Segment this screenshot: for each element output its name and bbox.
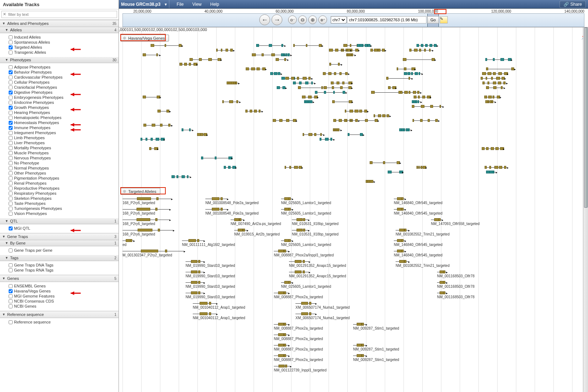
allele-feature[interactable]: ▸ NM_001168503_Olfr78 bbox=[437, 291, 446, 294]
track-checkbox[interactable] bbox=[9, 116, 13, 120]
track-item[interactable]: Normal Phenotypes bbox=[9, 166, 116, 171]
allele-feature[interactable]: ▸ NM_025605_Lamtor1_targeted bbox=[281, 208, 292, 211]
track-checkbox[interactable] bbox=[9, 166, 13, 170]
gene-feature[interactable]: ▸ bbox=[403, 58, 435, 61]
track-item[interactable]: Hematopoietic Phenotypes bbox=[9, 115, 116, 120]
gene-feature[interactable]: ▸ bbox=[331, 82, 351, 84]
allele-feature[interactable]: ▸ NM_019990_Stard10_targeted bbox=[186, 281, 204, 284]
overview-bar[interactable]: ← → ⊖⁻ ⊖ ⊕ ⊕⁺ chr7 Go ✎ bbox=[122, 13, 584, 27]
track-checkbox[interactable] bbox=[9, 304, 13, 308]
allele-feature[interactable]: ▸ NM_010531_Il18bp_targeted bbox=[292, 218, 308, 221]
section-head[interactable]: ▼Gene Traps3 bbox=[0, 233, 119, 240]
track-checkbox[interactable] bbox=[9, 161, 13, 165]
gene-feature[interactable]: ▸ bbox=[273, 119, 296, 122]
allele-feature[interactable]: ▸ NM_001291352_Anapc15_targeted bbox=[289, 260, 309, 263]
gene-feature[interactable]: ▸ bbox=[388, 86, 395, 89]
allele-feature[interactable]: ▸ NM_007490_Art2a-ps_targeted bbox=[231, 218, 243, 221]
tracks-area[interactable]: ,000101,500,000102,000,000102,500,000103… bbox=[119, 27, 588, 392]
section-head[interactable]: ▼Alleles and Phenotypes35 bbox=[0, 20, 119, 27]
gene-feature[interactable]: ▸ bbox=[246, 67, 265, 70]
track-item[interactable]: Gene Traps RNA Tags bbox=[9, 268, 116, 273]
track-checkbox[interactable] bbox=[9, 181, 13, 185]
gene-feature[interactable]: ▸ bbox=[486, 67, 514, 70]
scrollbar-thumb[interactable] bbox=[584, 27, 588, 208]
gene-feature[interactable]: ▸ bbox=[482, 72, 507, 75]
close-track-icon[interactable]: ⊗ bbox=[123, 189, 126, 194]
track-checkbox[interactable] bbox=[9, 171, 13, 175]
gene-feature[interactable]: ▸ bbox=[182, 128, 192, 131]
allele-feature[interactable]: ▸ NM_009287_Stim1_targeted bbox=[353, 354, 366, 357]
subsection-head[interactable]: ▼Tags2 bbox=[0, 255, 119, 261]
gene-feature[interactable]: ▸ bbox=[416, 166, 426, 169]
gene-feature[interactable]: ▸ bbox=[485, 166, 507, 169]
allele-feature[interactable]: ▸ XM_006507174_Numa1_targeted bbox=[295, 302, 315, 305]
track-item[interactable]: Homeostasis Phenotypes bbox=[9, 120, 116, 125]
track-item[interactable]: No Phenotype bbox=[9, 160, 116, 166]
allele-feature[interactable]: ▸ 168_P2ry6_targeted bbox=[122, 197, 171, 200]
allele-feature[interactable]: ▸ NM_008887_Phox2a_targeted bbox=[274, 344, 288, 347]
clear-filter-icon[interactable]: ✕ bbox=[3, 12, 6, 17]
track-checkbox[interactable] bbox=[9, 226, 13, 230]
gene-feature[interactable]: ▸ bbox=[143, 53, 159, 56]
gene-feature[interactable]: ▸ bbox=[143, 124, 171, 127]
track-checkbox[interactable] bbox=[9, 186, 13, 190]
gene-feature[interactable]: ▸ bbox=[323, 72, 348, 75]
gene-feature[interactable]: ▸ bbox=[414, 96, 430, 98]
gene-feature[interactable]: ▸ bbox=[224, 166, 235, 169]
filter-input[interactable] bbox=[1, 11, 117, 18]
vertical-scrollbar[interactable] bbox=[583, 27, 588, 392]
allele-feature[interactable]: ▸ ed bbox=[122, 239, 133, 242]
track-checkbox[interactable] bbox=[9, 320, 13, 324]
gene-feature[interactable]: ▸ bbox=[413, 119, 438, 122]
track-item[interactable]: Reference sequence bbox=[9, 320, 116, 325]
gene-feature[interactable]: ▸ bbox=[329, 49, 350, 52]
allele-feature[interactable]: ▸ M_001302347_P2ry2_targeted bbox=[122, 250, 184, 252]
track-checkbox[interactable] bbox=[9, 121, 13, 125]
gene-feature[interactable]: ▸ bbox=[252, 53, 284, 56]
track-checkbox[interactable] bbox=[9, 284, 13, 288]
allele-feature[interactable]: ▸ NM_146840_Olfr545_targeted bbox=[394, 208, 405, 211]
gene-feature[interactable]: ▸ bbox=[482, 82, 506, 84]
track-checkbox[interactable] bbox=[9, 35, 13, 39]
track-head-targeted[interactable]: ⊗ Targeted Alleles bbox=[120, 188, 160, 195]
track-item[interactable]: Muscle Phenotypes bbox=[9, 150, 116, 155]
track-checkbox[interactable] bbox=[9, 176, 13, 180]
gene-feature[interactable]: ▸ bbox=[409, 49, 432, 52]
gene-feature[interactable]: ▸ bbox=[486, 86, 504, 89]
gene-feature[interactable]: ▸ bbox=[332, 100, 352, 103]
gene-feature[interactable]: ▸ bbox=[374, 114, 389, 117]
gene-feature[interactable]: ▸ bbox=[256, 44, 284, 47]
assembly-name[interactable]: Mouse GRCm38.p3 bbox=[121, 2, 160, 7]
allele-feature[interactable]: ▸ NM_008887_Phox2a_targeted bbox=[274, 291, 288, 294]
nav-back-button[interactable]: ← bbox=[259, 14, 270, 25]
allele-feature[interactable]: ▸ NM_001082552_Trim21_targeted bbox=[396, 260, 408, 263]
track-item[interactable]: Mortality Phenotypes bbox=[9, 145, 116, 150]
track-item[interactable]: Adipose Phenotypes bbox=[9, 65, 116, 70]
gene-feature[interactable]: ▸ bbox=[216, 49, 233, 52]
go-button[interactable]: Go bbox=[427, 16, 439, 23]
gene-feature[interactable]: ▸ bbox=[293, 44, 322, 47]
track-item[interactable]: Taste Phenotypes bbox=[9, 201, 116, 206]
track-item[interactable]: Craniofacial Phenotypes bbox=[9, 85, 116, 90]
allele-feature[interactable]: ▸ NM_025605_Lamtor1_targeted bbox=[281, 281, 292, 284]
track-checkbox[interactable] bbox=[9, 248, 13, 252]
track-checkbox[interactable] bbox=[9, 101, 13, 105]
track-checkbox[interactable] bbox=[9, 65, 13, 69]
allele-feature[interactable]: ▸ NM_146840_Olfr545_targeted bbox=[394, 250, 405, 252]
gene-feature[interactable]: ▸ bbox=[397, 67, 414, 70]
track-checkbox[interactable] bbox=[9, 146, 13, 150]
track-item[interactable]: NCBI Genes bbox=[9, 304, 116, 309]
gene-feature[interactable]: ▸ bbox=[270, 72, 281, 75]
allele-feature[interactable]: ▸ NM_008887_Phox2a_targeted bbox=[274, 323, 288, 326]
gene-feature[interactable]: ▸ bbox=[197, 133, 206, 136]
allele-feature[interactable]: ▸ NM_001008548_Pde2a_targeted bbox=[205, 197, 227, 200]
allele-feature[interactable]: ▸ NM_001008548_Pde2a_targeted bbox=[205, 208, 227, 211]
gene-feature[interactable]: ▸ bbox=[357, 44, 370, 47]
gene-feature[interactable]: ▸ bbox=[157, 110, 169, 113]
track-item[interactable]: Gene Traps DNA Tags bbox=[9, 263, 116, 268]
track-checkbox[interactable] bbox=[9, 96, 13, 100]
track-item[interactable]: Liver Phenotypes bbox=[9, 140, 116, 145]
gene-feature[interactable]: ▸ bbox=[303, 133, 323, 136]
gene-feature[interactable]: ▸ bbox=[227, 82, 238, 84]
track-checkbox[interactable] bbox=[9, 268, 13, 272]
